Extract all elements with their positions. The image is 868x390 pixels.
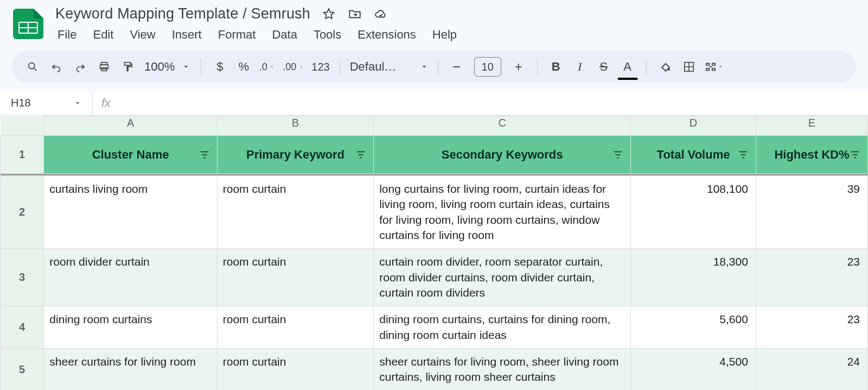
header-total-volume[interactable]: Total Volume bbox=[631, 136, 756, 174]
cell-cluster-name[interactable]: dining room curtains bbox=[44, 306, 217, 349]
redo-icon[interactable] bbox=[69, 56, 91, 78]
table-row: 3room divider curtainroom curtaincurtain… bbox=[1, 249, 868, 306]
italic-button[interactable]: I bbox=[569, 56, 591, 78]
filter-icon[interactable] bbox=[737, 149, 749, 161]
col-header-C[interactable]: C bbox=[374, 116, 631, 136]
cloud-status-icon[interactable] bbox=[373, 7, 388, 22]
decrease-font-size-button[interactable]: − bbox=[446, 56, 468, 78]
fx-icon[interactable]: fx bbox=[92, 91, 119, 115]
row-header[interactable]: 2 bbox=[1, 176, 44, 249]
menu-tools[interactable]: Tools bbox=[314, 28, 341, 42]
header-cluster-name[interactable]: Cluster Name bbox=[44, 136, 217, 174]
fill-color-button[interactable] bbox=[654, 56, 676, 78]
row-header[interactable]: 4 bbox=[1, 306, 44, 349]
zoom-value: 100% bbox=[144, 60, 175, 74]
print-icon[interactable] bbox=[93, 56, 115, 78]
col-header-A[interactable]: A bbox=[44, 116, 217, 136]
cell-reference: H18 bbox=[11, 97, 31, 109]
formula-bar: H18 fx bbox=[0, 91, 868, 116]
cell-total-volume[interactable]: 5,600 bbox=[631, 306, 756, 349]
font-size-input[interactable]: 10 bbox=[474, 57, 501, 77]
filter-icon[interactable] bbox=[849, 149, 861, 161]
strikethrough-button[interactable]: S bbox=[593, 56, 615, 78]
cell-primary-keyword[interactable]: room curtain bbox=[217, 176, 373, 249]
font-select[interactable]: Defaul… bbox=[348, 56, 430, 78]
caret-down-icon bbox=[74, 99, 81, 107]
decrease-decimal-icon[interactable]: .0 bbox=[257, 56, 278, 78]
table-row: 2curtains living roomroom curtainlong cu… bbox=[1, 176, 868, 249]
percent-format-icon[interactable]: % bbox=[233, 56, 254, 78]
cell-secondary-keywords[interactable]: sheer curtains for living room, sheer li… bbox=[374, 349, 631, 390]
name-box[interactable]: H18 bbox=[0, 97, 92, 109]
cell-primary-keyword[interactable]: room curtain bbox=[217, 349, 373, 390]
number-format-button[interactable]: 123 bbox=[309, 56, 331, 78]
cell-cluster-name[interactable]: sheer curtains for living room bbox=[44, 349, 217, 390]
filter-icon[interactable] bbox=[199, 149, 210, 161]
col-header-E[interactable]: E bbox=[756, 116, 867, 136]
undo-icon[interactable] bbox=[46, 56, 67, 78]
svg-point-0 bbox=[29, 63, 35, 69]
zoom-select[interactable]: 100% bbox=[141, 60, 193, 74]
cell-highest-kd[interactable]: 23 bbox=[756, 249, 867, 306]
cell-secondary-keywords[interactable]: curtain room divider, room separator cur… bbox=[374, 249, 631, 306]
menu-help[interactable]: Help bbox=[432, 28, 457, 42]
cell-highest-kd[interactable]: 23 bbox=[756, 306, 867, 349]
cell-primary-keyword[interactable]: room curtain bbox=[217, 249, 373, 306]
svg-rect-4 bbox=[125, 62, 131, 66]
font-name-label: Defaul… bbox=[350, 60, 415, 74]
row-header[interactable]: 3 bbox=[1, 249, 44, 306]
svg-point-5 bbox=[668, 68, 670, 71]
table-row: 5sheer curtains for living roomroom curt… bbox=[1, 349, 868, 390]
paint-format-icon[interactable] bbox=[117, 56, 139, 78]
col-header-D[interactable]: D bbox=[631, 116, 756, 136]
cell-cluster-name[interactable]: curtains living room bbox=[44, 176, 217, 249]
cell-total-volume[interactable]: 4,500 bbox=[631, 349, 756, 390]
spreadsheet-grid[interactable]: A B C D E 1 Cluster Name Primary Keyword… bbox=[0, 116, 868, 390]
table-header-row: 1 Cluster Name Primary Keyword Secondary… bbox=[1, 136, 868, 174]
header-primary-keyword[interactable]: Primary Keyword bbox=[217, 136, 373, 174]
menu-bar: File Edit View Insert Format Data Tools … bbox=[55, 22, 459, 47]
menu-view[interactable]: View bbox=[130, 28, 155, 42]
row-header[interactable]: 5 bbox=[1, 349, 44, 390]
col-header-B[interactable]: B bbox=[217, 116, 373, 136]
filter-icon[interactable] bbox=[612, 149, 624, 161]
document-title[interactable]: Keyword Mapping Template / Semrush bbox=[55, 5, 310, 22]
sheets-app-icon[interactable] bbox=[13, 9, 43, 39]
merge-cells-button[interactable] bbox=[702, 56, 726, 78]
menu-file[interactable]: File bbox=[58, 28, 76, 42]
search-icon[interactable] bbox=[22, 56, 43, 78]
svg-rect-3 bbox=[101, 68, 106, 71]
menu-edit[interactable]: Edit bbox=[93, 28, 113, 42]
menu-data[interactable]: Data bbox=[272, 28, 297, 42]
star-icon[interactable] bbox=[321, 7, 336, 22]
toolbar: 100% $ % .0 .00 123 Defaul… − 10 + B I S… bbox=[12, 51, 856, 83]
cell-highest-kd[interactable]: 39 bbox=[756, 176, 867, 249]
header-highest-kd[interactable]: Highest KD% bbox=[756, 136, 867, 174]
caret-down-icon bbox=[420, 63, 428, 71]
move-folder-icon[interactable] bbox=[347, 7, 362, 22]
cell-cluster-name[interactable]: room divider curtain bbox=[44, 249, 217, 306]
cell-total-volume[interactable]: 108,100 bbox=[631, 176, 756, 249]
menu-insert[interactable]: Insert bbox=[172, 28, 202, 42]
header-secondary-keywords[interactable]: Secondary Keywords bbox=[374, 136, 631, 174]
text-color-button[interactable]: A bbox=[617, 56, 639, 78]
cell-total-volume[interactable]: 18,300 bbox=[631, 249, 756, 306]
row-header-1[interactable]: 1 bbox=[1, 136, 44, 174]
increase-decimal-icon[interactable]: .00 bbox=[280, 56, 307, 78]
borders-button[interactable] bbox=[678, 56, 700, 78]
cell-secondary-keywords[interactable]: dining room curtains, curtains for dinin… bbox=[374, 306, 631, 349]
cell-highest-kd[interactable]: 24 bbox=[756, 349, 867, 390]
menu-extensions[interactable]: Extensions bbox=[358, 28, 416, 42]
table-row: 4dining room curtainsroom curtaindining … bbox=[1, 306, 868, 349]
column-header-row: A B C D E bbox=[1, 116, 868, 136]
cell-secondary-keywords[interactable]: long curtains for living room, curtain i… bbox=[374, 176, 631, 249]
menu-format[interactable]: Format bbox=[218, 28, 256, 42]
select-all-corner[interactable] bbox=[1, 116, 44, 136]
caret-down-icon bbox=[182, 63, 190, 71]
app-header: Keyword Mapping Template / Semrush File … bbox=[0, 0, 868, 47]
filter-icon[interactable] bbox=[355, 149, 367, 161]
bold-button[interactable]: B bbox=[545, 56, 567, 78]
increase-font-size-button[interactable]: + bbox=[508, 56, 529, 78]
cell-primary-keyword[interactable]: room curtain bbox=[217, 306, 373, 349]
currency-format-icon[interactable]: $ bbox=[209, 56, 231, 78]
